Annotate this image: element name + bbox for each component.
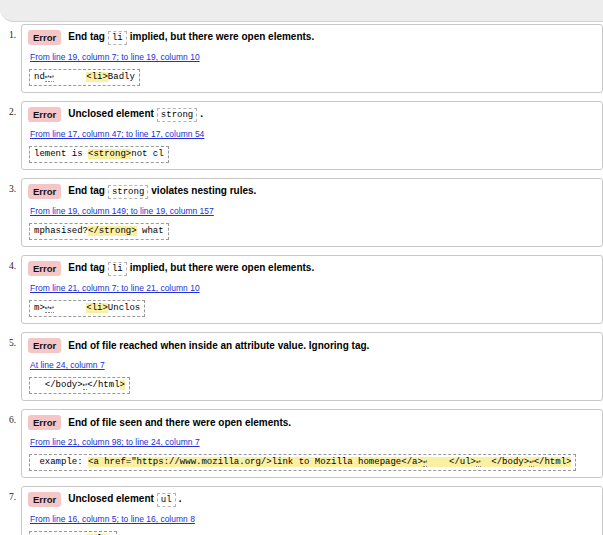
highlighted-linebreak: ↩ (476, 457, 481, 467)
error-item: Error End tagliimplied, but there were o… (21, 255, 603, 324)
error-list-row: 4. Error End tagliimplied, but there wer… (0, 255, 603, 324)
code-extract: example: <a href="https://www.mozilla.or… (29, 454, 576, 471)
highlighted-source: </body> (481, 457, 530, 467)
error-message: Unclosed elementul. (68, 492, 181, 507)
error-item: Error End of file reached when inside an… (21, 332, 603, 401)
location-line: From line 19, column 7; to line 19, colu… (30, 50, 594, 62)
location-line: From line 17, column 47; to line 17, col… (30, 127, 594, 139)
highlighted-source: <li> (86, 72, 108, 82)
error-message: End of file reached when inside an attri… (68, 339, 369, 353)
top-gray-band (0, 0, 603, 22)
item-number: 7. (0, 486, 21, 502)
source-text: m> (34, 303, 45, 313)
error-badge: Error (28, 107, 61, 122)
linebreak-glyph: ↩ (529, 458, 534, 467)
code-extract: m>↩↩ <li>Unclos (29, 300, 145, 317)
tag-name-code: ul (157, 493, 176, 507)
code-extract: </body>↩</html> (29, 377, 130, 394)
message-text: Unclosed element (68, 108, 154, 119)
highlighted-source: <a href="https://www.mozilla.org/>link t… (88, 457, 423, 467)
error-message: End tagliimplied, but there were open el… (68, 30, 314, 45)
code-extract: nd↩↩ <li>Badly (29, 69, 140, 86)
message-text: . (200, 108, 203, 119)
error-heading: Error End tagliimplied, but there were o… (28, 261, 594, 276)
highlighted-source: <li> (86, 303, 108, 313)
location-line: From line 16, column 5; to line 16, colu… (30, 512, 594, 524)
error-item: Error Unclosed elementstrong. From line … (21, 101, 603, 170)
error-badge: Error (28, 492, 61, 507)
message-text: End of file reached when inside an attri… (68, 340, 369, 351)
item-number: 2. (0, 101, 21, 117)
error-message: End of file seen and there were open ele… (68, 416, 291, 430)
error-item: Error Unclosed elementul. From line 16, … (21, 486, 603, 535)
validator-error-list: 1. Error End tagliimplied, but there wer… (0, 24, 603, 535)
error-badge: Error (28, 184, 61, 199)
error-list-row: 1. Error End tagliimplied, but there wer… (0, 24, 603, 93)
source-location-link[interactable]: From line 17, column 47; to line 17, col… (30, 129, 204, 139)
message-text: implied, but there were open elements. (130, 31, 315, 42)
source-text: </html (87, 380, 119, 390)
message-text: Unclosed element (68, 493, 154, 504)
error-item: Error End of file seen and there were op… (21, 409, 603, 478)
error-heading: Error End tagstrongviolates nesting rule… (28, 184, 594, 199)
error-message: End tagstrongviolates nesting rules. (68, 184, 256, 199)
error-heading: Error End of file seen and there were op… (28, 415, 594, 430)
item-number: 1. (0, 24, 21, 40)
source-text: nd (34, 72, 45, 82)
error-badge: Error (28, 30, 61, 45)
error-list-row: 3. Error End tagstrongviolates nesting r… (0, 178, 603, 247)
source-location-link[interactable]: At line 24, column 7 (30, 360, 105, 370)
source-text (54, 72, 86, 82)
source-location-link[interactable]: From line 19, column 7; to line 19, colu… (30, 52, 200, 62)
message-text: implied, but there were open elements. (130, 262, 315, 273)
error-item: Error End tagstrongviolates nesting rule… (21, 178, 603, 247)
tag-name-code: strong (157, 108, 197, 122)
item-number: 5. (0, 332, 21, 348)
location-line: At line 24, column 7 (30, 358, 594, 370)
highlighted-source: </strong> (88, 226, 137, 236)
highlighted-source: </html> (534, 457, 572, 467)
highlighted-linebreak: ↩ (529, 457, 534, 467)
tag-name-code: li (108, 262, 127, 276)
error-message: End tagliimplied, but there were open el… (68, 261, 314, 276)
source-text: not cl (131, 149, 163, 159)
source-text: lement is (34, 149, 88, 159)
item-number: 4. (0, 255, 21, 271)
message-text: End tag (68, 185, 105, 196)
source-location-link[interactable]: From line 21, column 98; to line 24, col… (30, 437, 200, 447)
message-text: . (179, 493, 182, 504)
code-extract: mphasised?</strong> what (29, 223, 169, 240)
source-text: what (137, 226, 164, 236)
item-number: 6. (0, 409, 21, 425)
highlighted-source: <strong> (88, 149, 131, 159)
location-line: From line 21, column 7; to line 21, colu… (30, 281, 594, 293)
code-extract: lement is <strong>not cl (29, 146, 169, 163)
error-message: Unclosed elementstrong. (68, 107, 203, 122)
location-line: From line 19, column 149; to line 19, co… (30, 204, 594, 216)
error-badge: Error (28, 261, 61, 276)
message-text: End tag (68, 31, 105, 42)
error-heading: Error Unclosed elementstrong. (28, 107, 594, 122)
tag-name-code: strong (108, 185, 148, 199)
code-extract: TML?↩↩ <ul>↩ (29, 531, 117, 535)
error-heading: Error Unclosed elementul. (28, 492, 594, 507)
error-list-row: 7. Error Unclosed elementul. From line 1… (0, 486, 603, 535)
page: 1. Error End tagliimplied, but there wer… (0, 0, 603, 535)
source-text: example: (34, 457, 88, 467)
source-text: Badly (108, 72, 135, 82)
source-text: Unclos (108, 303, 140, 313)
error-heading: Error End tagliimplied, but there were o… (28, 30, 594, 45)
message-text: End tag (68, 262, 105, 273)
error-badge: Error (28, 338, 61, 353)
source-text: mphasised? (34, 226, 88, 236)
source-location-link[interactable]: From line 21, column 7; to line 21, colu… (30, 283, 200, 293)
error-list-row: 6. Error End of file seen and there were… (0, 409, 603, 478)
source-location-link[interactable]: From line 16, column 5; to line 16, colu… (30, 514, 195, 524)
error-item: Error End tagliimplied, but there were o… (21, 24, 603, 93)
location-line: From line 21, column 98; to line 24, col… (30, 435, 594, 447)
error-badge: Error (28, 415, 61, 430)
item-number: 3. (0, 178, 21, 194)
source-location-link[interactable]: From line 19, column 149; to line 19, co… (30, 206, 214, 216)
message-text: violates nesting rules. (151, 185, 256, 196)
tag-name-code: li (108, 31, 127, 45)
